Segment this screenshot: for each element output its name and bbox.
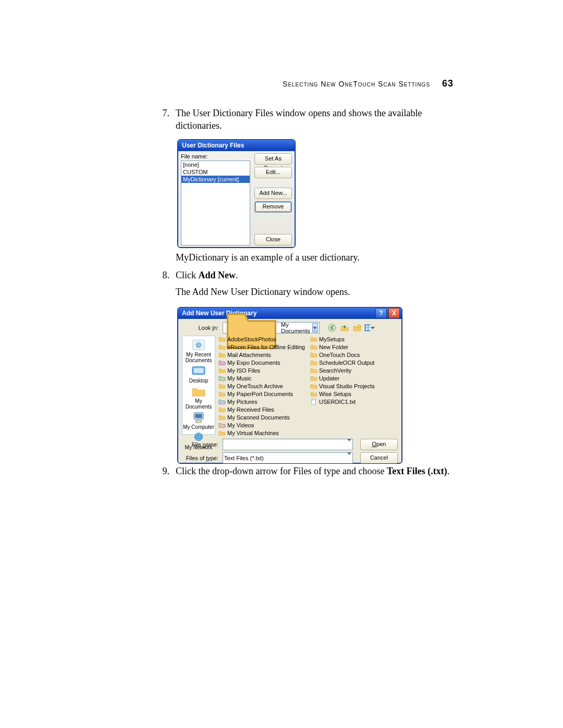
- list-item[interactable]: Wise Setups: [310, 390, 375, 398]
- back-icon[interactable]: [327, 323, 337, 333]
- svg-rect-13: [195, 421, 201, 423]
- svg-rect-5: [366, 328, 368, 330]
- file-name-input[interactable]: [223, 439, 353, 450]
- list-item[interactable]: CUSTOM: [181, 168, 250, 176]
- view-menu-icon[interactable]: [364, 323, 375, 333]
- dialog-title: User Dictionary Files: [178, 140, 295, 151]
- close-icon[interactable]: X: [388, 308, 400, 318]
- list-item[interactable]: OneTouch Docs: [310, 351, 375, 359]
- list-item[interactable]: Mail Attachments: [218, 351, 305, 359]
- cancel-button[interactable]: Cancel: [360, 452, 398, 464]
- chevron-down-icon[interactable]: [347, 441, 351, 448]
- list-item[interactable]: My Virtual Machines: [218, 429, 305, 437]
- svg-rect-4: [369, 326, 370, 327]
- up-one-level-icon[interactable]: [339, 323, 350, 333]
- svg-point-0: [328, 324, 336, 331]
- list-item[interactable]: [none]: [181, 161, 250, 168]
- page-number: 63: [442, 78, 454, 89]
- remove-button[interactable]: Remove: [254, 201, 292, 213]
- list-item[interactable]: Visual Studio Projects: [310, 382, 375, 390]
- places-bar: My Recent Documents Desktop My Documents…: [182, 336, 215, 435]
- file-list[interactable]: AdobeStockPhotoseRoom Files for Offline …: [218, 336, 398, 435]
- list-item[interactable]: My PaperPort Documents: [218, 390, 305, 398]
- svg-point-1: [358, 325, 361, 328]
- svg-rect-2: [365, 325, 370, 331]
- add-new-user-dictionary-dialog: Add New User Dictionary ? X Look in: My …: [177, 307, 402, 464]
- svg-rect-12: [195, 414, 202, 418]
- file-name-label: File name:: [181, 153, 250, 159]
- step-8: 8. Click Add New.: [151, 269, 461, 281]
- step-9: 9. Click the drop-down arrow for Files o…: [151, 465, 461, 477]
- svg-rect-17: [312, 399, 316, 401]
- svg-rect-3: [366, 326, 368, 327]
- places-mydocs[interactable]: My Documents: [182, 385, 215, 410]
- places-mycomputer[interactable]: My Computer: [183, 411, 214, 430]
- header-text: Selecting New OneTouch Scan Settings: [283, 80, 430, 88]
- file-name-label: File name:: [182, 441, 223, 448]
- edit-button[interactable]: Edit...: [254, 167, 292, 178]
- list-item[interactable]: My Music: [218, 375, 305, 382]
- step-7: 7. The User Dictionary Files window open…: [151, 107, 461, 132]
- list-item[interactable]: Updater: [310, 375, 375, 382]
- set-as-current-button[interactable]: Set As Current: [254, 153, 292, 165]
- step-7-note: MyDictionary is an example of a user dic…: [176, 251, 461, 264]
- chevron-down-icon[interactable]: [347, 455, 351, 461]
- look-in-label: Look in:: [182, 325, 223, 331]
- dictionary-list[interactable]: [none] CUSTOM MyDictionary [current]: [181, 161, 250, 245]
- look-in-combo[interactable]: My Documents: [223, 322, 320, 334]
- list-item[interactable]: MyDictionary [current]: [181, 176, 250, 183]
- list-item[interactable]: ScheduleOCR Output: [310, 359, 375, 366]
- files-of-type-combo[interactable]: Text Files (*.txt): [223, 452, 353, 464]
- close-button[interactable]: Close: [254, 234, 292, 245]
- files-of-type-label: Files of type:: [182, 455, 223, 461]
- step-8-result: The Add New User Dictionary window opens…: [176, 286, 461, 298]
- list-item[interactable]: My Videos: [218, 422, 305, 429]
- user-dictionary-files-dialog: User Dictionary Files File name: [none] …: [177, 139, 296, 248]
- svg-point-14: [195, 433, 203, 441]
- chevron-down-icon[interactable]: [312, 323, 318, 332]
- add-new-button[interactable]: Add New...: [254, 188, 292, 199]
- svg-rect-10: [194, 368, 204, 373]
- list-item[interactable]: My Pictures: [218, 398, 305, 405]
- list-item[interactable]: My OneTouch Archive: [218, 382, 305, 390]
- list-item[interactable]: SearchVerity: [310, 367, 375, 374]
- places-desktop[interactable]: Desktop: [189, 364, 209, 384]
- list-item[interactable]: USERDIC1.txt: [310, 398, 375, 405]
- list-item[interactable]: My Expo Documents: [218, 359, 305, 366]
- open-button[interactable]: Open: [360, 439, 398, 450]
- page-header: Selecting New OneTouch Scan Settings 63: [283, 78, 454, 89]
- places-recent[interactable]: My Recent Documents: [182, 338, 215, 363]
- list-item[interactable]: My ISO Files: [218, 367, 305, 374]
- list-item[interactable]: My Received Files: [218, 406, 305, 413]
- list-item[interactable]: AdobeStockPhotos: [218, 336, 305, 343]
- list-item[interactable]: eRoom Files for Offline Editing: [218, 343, 305, 351]
- list-item[interactable]: My Scanned Documents: [218, 414, 305, 421]
- list-item[interactable]: MySetups: [310, 336, 375, 343]
- help-icon[interactable]: ?: [375, 308, 387, 318]
- svg-rect-6: [369, 328, 370, 330]
- new-folder-icon[interactable]: [352, 323, 362, 333]
- list-item[interactable]: New Folder: [310, 343, 375, 351]
